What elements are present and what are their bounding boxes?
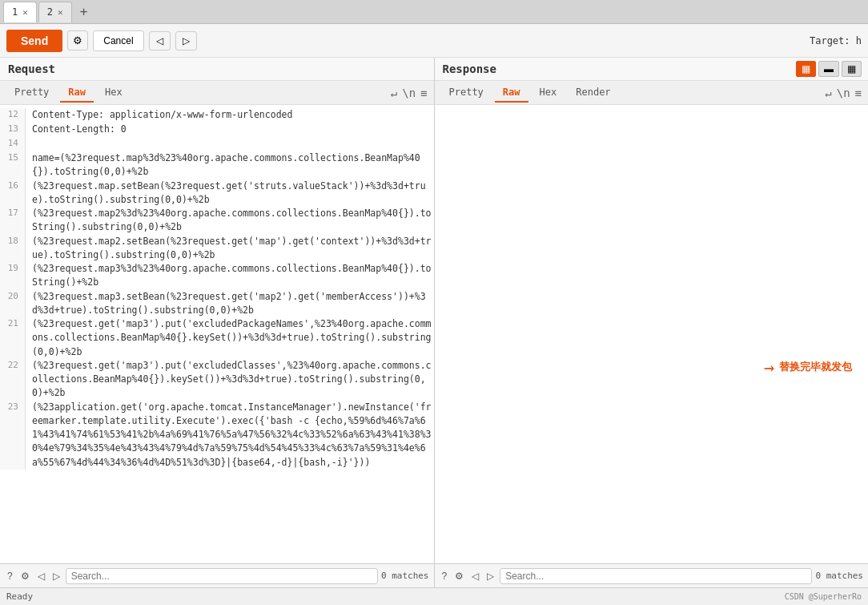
request-tabs: Pretty Raw Hex ↵ \n ≡ [0,81,434,105]
response-tab-raw[interactable]: Raw [495,83,528,103]
response-content: → 替换完毕就发包 [435,105,869,563]
tab-1[interactable]: 1 ✕ [3,2,37,22]
line-content: (%23request.map3%3d%23%40org.apache.comm… [26,262,434,290]
line-number: 20 [0,290,26,318]
prev-button[interactable]: ◁ [149,31,171,50]
response-wrap-icon[interactable]: ↵ [825,87,831,99]
cancel-button[interactable]: Cancel [93,30,143,51]
line-number: 17 [0,207,26,235]
right-search-section: ? ⚙ ◁ ▷ 0 matches [435,564,869,587]
response-indent-icon[interactable]: \n [837,87,850,99]
view-toggle-group: ▦ ▬ ▦ [796,61,862,77]
line-content: Content-Type: application/x-www-form-url… [26,108,434,123]
view-top-button[interactable]: ▬ [818,61,839,77]
left-search-section: ? ⚙ ◁ ▷ 0 matches [0,564,435,587]
line-number: 21 [0,317,26,359]
table-row: 18(%23request.map2.setBean(%23request.ge… [0,235,434,263]
indent-icon[interactable]: \n [402,87,416,99]
left-settings-button[interactable]: ⚙ [18,569,32,583]
request-tab-pretty[interactable]: Pretty [6,83,57,103]
wrap-icon[interactable]: ↵ [391,87,397,99]
table-row: 20(%23request.map3.setBean(%23request.ge… [0,290,434,318]
response-tab-render[interactable]: Render [568,83,618,103]
line-content: (%23application.get('org.apache.tomcat.I… [26,401,434,470]
main-panels: Request Pretty Raw Hex ↵ \n ≡ 12Content-… [0,58,868,563]
response-menu-icon[interactable]: ≡ [855,87,862,99]
line-content: name=(%23request.map%3d%23%40org.apache.… [26,151,434,179]
response-tabs: Pretty Raw Hex Render ↵ \n ≡ [435,81,869,105]
left-search-input[interactable] [66,568,378,584]
request-content[interactable]: 12Content-Type: application/x-www-form-u… [0,105,434,563]
target-label: Target: h [810,35,862,46]
left-help-button[interactable]: ? [5,569,15,583]
line-content: (%23request.map.setBean(%23request.get('… [26,179,434,208]
left-matches-label: 0 matches [381,571,429,581]
next-button[interactable]: ▷ [175,31,197,50]
tab-2-label: 2 [47,6,53,18]
table-row: 14 [0,137,434,151]
view-side-button[interactable]: ▦ [842,61,862,77]
settings-button[interactable]: ⚙ [67,30,88,50]
toolbar: Send ⚙ Cancel ◁ ▷ Target: h [0,24,868,58]
response-tab-pretty[interactable]: Pretty [441,83,492,103]
right-search-input[interactable] [500,568,812,584]
line-content: (%23request.map2%3d%23%40org.apache.comm… [26,207,434,235]
request-panel: Request Pretty Raw Hex ↵ \n ≡ 12Content-… [0,58,435,563]
line-number: 16 [0,179,26,208]
tab-2-close[interactable]: ✕ [58,7,63,18]
status-bar: Ready CSDN @SuperherRo [0,587,868,605]
right-matches-label: 0 matches [815,571,863,581]
tab-1-close[interactable]: ✕ [22,7,28,18]
line-number: 13 [0,123,26,137]
table-row: 19(%23request.map3%3d%23%40org.apache.co… [0,262,434,290]
line-content: Content-Length: 0 [26,123,434,137]
response-tab-hex[interactable]: Hex [532,83,565,103]
table-row: 12Content-Type: application/x-www-form-u… [0,108,434,123]
annotation: → 替换完毕就发包 [764,357,852,377]
tab-bar: 1 ✕ 2 ✕ + [0,0,868,24]
tab-2[interactable]: 2 ✕ [38,2,72,22]
bottom-bar: ? ⚙ ◁ ▷ 0 matches ? ⚙ ◁ ▷ 0 matches [0,563,868,587]
response-panel: ▦ ▬ ▦ Response Pretty Raw Hex Render ↵ \… [435,58,869,563]
line-number: 22 [0,359,26,401]
table-row: 22(%23request.get('map3').put('excludedC… [0,359,434,401]
table-row: 17(%23request.map2%3d%23%40org.apache.co… [0,207,434,235]
status-label: Ready [6,591,33,602]
menu-icon[interactable]: ≡ [420,87,427,99]
line-number: 18 [0,235,26,263]
request-tab-raw[interactable]: Raw [60,83,94,103]
right-prev-button[interactable]: ◁ [469,569,481,583]
table-row: 13Content-Length: 0 [0,123,434,137]
left-prev-button[interactable]: ◁ [35,569,47,583]
right-help-button[interactable]: ? [440,569,450,583]
request-title: Request [0,58,434,81]
line-content: (%23request.get('map3').put('excludedPac… [26,317,434,359]
table-row: 15name=(%23request.map%3d%23%40org.apach… [0,151,434,179]
table-row: 21(%23request.get('map3').put('excludedP… [0,317,434,359]
annotation-text: 替换完毕就发包 [779,360,852,374]
table-row: 16(%23request.map.setBean(%23request.get… [0,179,434,208]
request-tab-hex[interactable]: Hex [97,83,131,103]
left-next-button[interactable]: ▷ [50,569,62,583]
line-number: 23 [0,401,26,470]
right-settings-button[interactable]: ⚙ [452,569,466,583]
annotation-arrow-icon: → [764,357,774,377]
line-content: (%23request.get('map3').put('excludedCla… [26,359,434,401]
tab-1-label: 1 [12,6,18,18]
line-number: 19 [0,262,26,290]
table-row: 23(%23application.get('org.apache.tomcat… [0,401,434,470]
line-content: (%23request.map2.setBean(%23request.get(… [26,235,434,263]
line-number: 12 [0,108,26,123]
view-split-button[interactable]: ▦ [796,61,816,77]
line-content [26,137,434,151]
watermark: CSDN @SuperherRo [785,592,862,601]
line-number: 14 [0,137,26,151]
tab-add-button[interactable]: + [74,4,94,19]
line-number: 15 [0,151,26,179]
send-button[interactable]: Send [6,30,62,52]
line-content: (%23request.map3.setBean(%23request.get(… [26,290,434,318]
right-next-button[interactable]: ▷ [484,569,496,583]
